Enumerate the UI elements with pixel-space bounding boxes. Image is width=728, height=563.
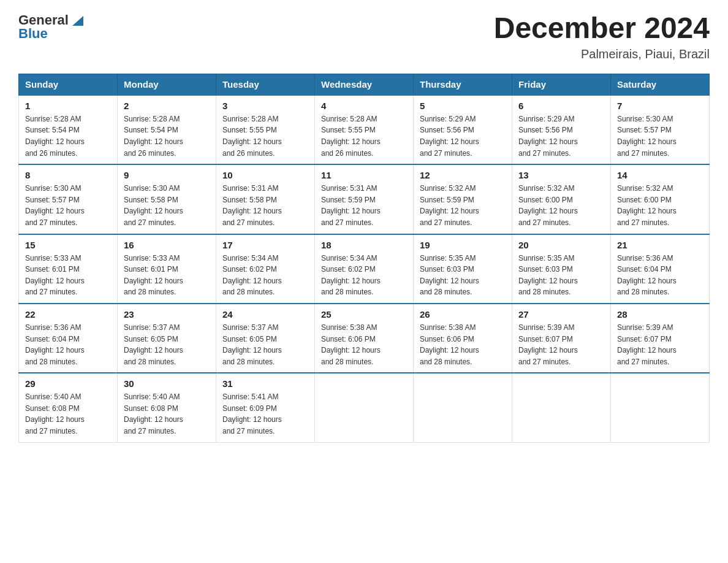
day-info: Sunrise: 5:35 AMSunset: 6:03 PMDaylight:… [420, 254, 479, 297]
table-row: 22 Sunrise: 5:36 AMSunset: 6:04 PMDaylig… [19, 304, 118, 373]
day-info: Sunrise: 5:35 AMSunset: 6:03 PMDaylight:… [518, 254, 578, 297]
day-info: Sunrise: 5:40 AMSunset: 6:08 PMDaylight:… [25, 393, 85, 435]
day-info: Sunrise: 5:34 AMSunset: 6:02 PMDaylight:… [222, 254, 282, 297]
day-number: 24 [222, 309, 308, 320]
calendar-header: Sunday Monday Tuesday Wednesday Thursday… [19, 74, 710, 95]
day-number: 28 [617, 309, 703, 320]
table-row: 23 Sunrise: 5:37 AMSunset: 6:05 PMDaylig… [118, 304, 216, 373]
logo: General Blue [18, 12, 83, 42]
table-row: 1 Sunrise: 5:28 AMSunset: 5:54 PMDayligh… [19, 95, 118, 164]
day-number: 27 [518, 309, 604, 320]
day-number: 20 [518, 240, 604, 250]
table-row: 24 Sunrise: 5:37 AMSunset: 6:05 PMDaylig… [216, 304, 315, 373]
table-row: 16 Sunrise: 5:33 AMSunset: 6:01 PMDaylig… [118, 234, 216, 304]
table-row: 20 Sunrise: 5:35 AMSunset: 6:03 PMDaylig… [512, 234, 611, 304]
day-number: 1 [25, 101, 111, 111]
header-wednesday: Wednesday [315, 74, 414, 95]
table-row: 14 Sunrise: 5:32 AMSunset: 6:00 PMDaylig… [611, 164, 710, 234]
day-number: 16 [124, 240, 210, 250]
table-row: 2 Sunrise: 5:28 AMSunset: 5:54 PMDayligh… [118, 95, 216, 164]
day-number: 21 [617, 240, 703, 250]
day-info: Sunrise: 5:41 AMSunset: 6:09 PMDaylight:… [222, 393, 282, 435]
table-row: 15 Sunrise: 5:33 AMSunset: 6:01 PMDaylig… [19, 234, 118, 304]
table-row: 17 Sunrise: 5:34 AMSunset: 6:02 PMDaylig… [216, 234, 315, 304]
day-info: Sunrise: 5:30 AMSunset: 5:57 PMDaylight:… [25, 184, 85, 227]
day-info: Sunrise: 5:33 AMSunset: 6:01 PMDaylight:… [25, 254, 85, 297]
table-row: 5 Sunrise: 5:29 AMSunset: 5:56 PMDayligh… [414, 95, 512, 164]
table-row [414, 373, 512, 442]
day-number: 22 [25, 309, 111, 320]
day-number: 13 [518, 170, 604, 180]
day-info: Sunrise: 5:37 AMSunset: 6:05 PMDaylight:… [222, 323, 282, 366]
table-row [512, 373, 611, 442]
day-number: 29 [25, 378, 111, 389]
location-subtitle: Palmeirais, Piaui, Brazil [494, 47, 710, 61]
calendar-table: Sunday Monday Tuesday Wednesday Thursday… [18, 74, 710, 443]
day-number: 26 [420, 309, 506, 320]
header-thursday: Thursday [414, 74, 512, 95]
day-number: 17 [222, 240, 308, 250]
table-row: 9 Sunrise: 5:30 AMSunset: 5:58 PMDayligh… [118, 164, 216, 234]
day-info: Sunrise: 5:28 AMSunset: 5:54 PMDaylight:… [25, 115, 85, 158]
day-number: 7 [617, 101, 703, 111]
table-row: 11 Sunrise: 5:31 AMSunset: 5:59 PMDaylig… [315, 164, 414, 234]
day-info: Sunrise: 5:29 AMSunset: 5:56 PMDaylight:… [420, 115, 479, 158]
day-info: Sunrise: 5:39 AMSunset: 6:07 PMDaylight:… [518, 323, 578, 366]
header-saturday: Saturday [611, 74, 710, 95]
table-row: 19 Sunrise: 5:35 AMSunset: 6:03 PMDaylig… [414, 234, 512, 304]
table-row: 30 Sunrise: 5:40 AMSunset: 6:08 PMDaylig… [118, 373, 216, 442]
table-row: 28 Sunrise: 5:39 AMSunset: 6:07 PMDaylig… [611, 304, 710, 373]
day-info: Sunrise: 5:33 AMSunset: 6:01 PMDaylight:… [124, 254, 183, 297]
table-row: 13 Sunrise: 5:32 AMSunset: 6:00 PMDaylig… [512, 164, 611, 234]
day-number: 6 [518, 101, 604, 111]
day-number: 10 [222, 170, 308, 180]
page-header: General Blue December 2024 Palmeirais, P… [18, 12, 710, 61]
day-info: Sunrise: 5:32 AMSunset: 6:00 PMDaylight:… [518, 184, 578, 227]
table-row: 12 Sunrise: 5:32 AMSunset: 5:59 PMDaylig… [414, 164, 512, 234]
table-row [611, 373, 710, 442]
day-info: Sunrise: 5:32 AMSunset: 6:00 PMDaylight:… [617, 184, 677, 227]
day-number: 31 [222, 378, 308, 389]
day-info: Sunrise: 5:38 AMSunset: 6:06 PMDaylight:… [420, 323, 479, 366]
table-row: 6 Sunrise: 5:29 AMSunset: 5:56 PMDayligh… [512, 95, 611, 164]
day-info: Sunrise: 5:30 AMSunset: 5:58 PMDaylight:… [124, 184, 183, 227]
day-number: 25 [321, 309, 407, 320]
day-info: Sunrise: 5:31 AMSunset: 5:58 PMDaylight:… [222, 184, 282, 227]
table-row [315, 373, 414, 442]
day-info: Sunrise: 5:28 AMSunset: 5:54 PMDaylight:… [124, 115, 183, 158]
day-info: Sunrise: 5:34 AMSunset: 6:02 PMDaylight:… [321, 254, 381, 297]
table-row: 4 Sunrise: 5:28 AMSunset: 5:55 PMDayligh… [315, 95, 414, 164]
day-info: Sunrise: 5:31 AMSunset: 5:59 PMDaylight:… [321, 184, 381, 227]
day-info: Sunrise: 5:36 AMSunset: 6:04 PMDaylight:… [25, 323, 85, 366]
header-friday: Friday [512, 74, 611, 95]
table-row: 26 Sunrise: 5:38 AMSunset: 6:06 PMDaylig… [414, 304, 512, 373]
day-number: 4 [321, 101, 407, 111]
table-row: 21 Sunrise: 5:36 AMSunset: 6:04 PMDaylig… [611, 234, 710, 304]
title-block: December 2024 Palmeirais, Piaui, Brazil [494, 12, 710, 61]
day-number: 15 [25, 240, 111, 250]
table-row: 3 Sunrise: 5:28 AMSunset: 5:55 PMDayligh… [216, 95, 315, 164]
day-number: 8 [25, 170, 111, 180]
day-number: 12 [420, 170, 506, 180]
day-number: 19 [420, 240, 506, 250]
day-info: Sunrise: 5:37 AMSunset: 6:05 PMDaylight:… [124, 323, 183, 366]
header-tuesday: Tuesday [216, 74, 315, 95]
month-title: December 2024 [494, 12, 710, 45]
day-info: Sunrise: 5:39 AMSunset: 6:07 PMDaylight:… [617, 323, 677, 366]
svg-marker-0 [72, 16, 83, 26]
day-number: 14 [617, 170, 703, 180]
table-row: 31 Sunrise: 5:41 AMSunset: 6:09 PMDaylig… [216, 373, 315, 442]
table-row: 10 Sunrise: 5:31 AMSunset: 5:58 PMDaylig… [216, 164, 315, 234]
day-info: Sunrise: 5:28 AMSunset: 5:55 PMDaylight:… [222, 115, 282, 158]
table-row: 29 Sunrise: 5:40 AMSunset: 6:08 PMDaylig… [19, 373, 118, 442]
day-info: Sunrise: 5:30 AMSunset: 5:57 PMDaylight:… [617, 115, 677, 158]
logo-text-blue: Blue [18, 26, 48, 42]
table-row: 25 Sunrise: 5:38 AMSunset: 6:06 PMDaylig… [315, 304, 414, 373]
header-monday: Monday [118, 74, 216, 95]
header-sunday: Sunday [19, 74, 118, 95]
day-number: 3 [222, 101, 308, 111]
table-row: 18 Sunrise: 5:34 AMSunset: 6:02 PMDaylig… [315, 234, 414, 304]
day-info: Sunrise: 5:40 AMSunset: 6:08 PMDaylight:… [124, 393, 183, 435]
table-row: 8 Sunrise: 5:30 AMSunset: 5:57 PMDayligh… [19, 164, 118, 234]
day-info: Sunrise: 5:38 AMSunset: 6:06 PMDaylight:… [321, 323, 381, 366]
